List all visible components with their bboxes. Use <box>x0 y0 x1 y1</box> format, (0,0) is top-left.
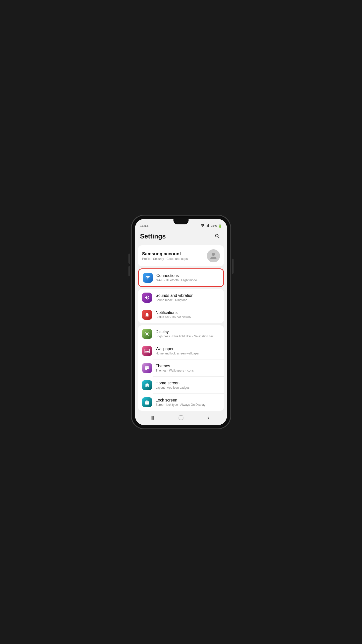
connections-title: Connections <box>156 273 197 278</box>
battery-icon: 🔋 <box>218 224 222 228</box>
display-title: Display <box>156 330 213 334</box>
lockscreen-icon <box>142 397 152 407</box>
svg-rect-7 <box>179 416 183 420</box>
sounds-title: Sounds and vibration <box>156 293 193 298</box>
themes-title: Themes <box>156 364 194 368</box>
lockscreen-subtitle: Screen lock type · Always On Display <box>156 403 205 407</box>
notch <box>173 219 189 224</box>
volume-down-button[interactable] <box>128 266 130 276</box>
display-subtitle: Brightness · Blue light filter · Navigat… <box>156 335 213 338</box>
power-button[interactable] <box>232 259 234 274</box>
connections-subtitle: Wi-Fi · Bluetooth · Flight mode <box>156 278 197 282</box>
svg-rect-2 <box>207 225 208 227</box>
sounds-section: Sounds and vibration Sound mode · Ringto… <box>138 289 224 323</box>
account-subtitle: Profile · Security · Cloud and apps <box>142 257 188 261</box>
lockscreen-title: Lock screen <box>156 398 205 403</box>
themes-subtitle: Themes · Wallpapers · Icons <box>156 369 194 372</box>
notifications-icon <box>142 310 152 320</box>
notifications-item[interactable]: Notifications Status bar · Do not distur… <box>138 306 224 323</box>
notifications-text: Notifications Status bar · Do not distur… <box>156 310 191 319</box>
scroll-area[interactable]: Samsung account Profile · Security · Clo… <box>135 244 227 412</box>
svg-rect-6 <box>153 416 154 420</box>
sounds-item[interactable]: Sounds and vibration Sound mode · Ringto… <box>138 289 224 306</box>
settings-header: Settings <box>135 229 227 244</box>
wallpaper-item[interactable]: Wallpaper Home and lock screen wallpaper <box>138 342 224 359</box>
wifi-icon <box>201 223 205 228</box>
status-icons: 91% 🔋 <box>201 223 222 228</box>
page-title: Settings <box>140 232 166 240</box>
wallpaper-icon <box>142 346 152 356</box>
phone-screen: 11:14 91% 🔋 <box>135 219 227 425</box>
sounds-subtitle: Sound mode · Ringtone <box>156 298 193 302</box>
connections-section: Connections Wi-Fi · Bluetooth · Flight m… <box>138 268 224 287</box>
recent-apps-button[interactable] <box>149 414 159 422</box>
search-button[interactable] <box>213 232 222 241</box>
homescreen-title: Home screen <box>156 381 190 385</box>
account-name: Samsung account <box>142 251 188 257</box>
svg-rect-0 <box>206 226 206 227</box>
wallpaper-text: Wallpaper Home and lock screen wallpaper <box>156 347 199 355</box>
samsung-account-item[interactable]: Samsung account Profile · Security · Clo… <box>138 245 224 266</box>
battery-text: 91% <box>211 224 217 228</box>
wallpaper-subtitle: Home and lock screen wallpaper <box>156 352 199 355</box>
account-avatar <box>207 249 220 262</box>
phone-frame: 11:14 91% 🔋 <box>132 216 230 428</box>
homescreen-icon <box>142 380 152 390</box>
svg-rect-1 <box>207 225 207 227</box>
volume-up-button[interactable] <box>128 254 130 264</box>
display-icon <box>142 329 152 339</box>
svg-rect-4 <box>152 416 152 420</box>
display-text: Display Brightness · Blue light filter ·… <box>156 330 213 338</box>
svg-rect-5 <box>153 416 153 420</box>
homescreen-text: Home screen Layout · App icon badges <box>156 381 190 389</box>
themes-item[interactable]: Themes Themes · Wallpapers · Icons <box>138 359 224 377</box>
signal-icon <box>206 223 210 228</box>
home-button[interactable] <box>176 414 186 422</box>
status-time: 11:14 <box>140 224 148 228</box>
notifications-title: Notifications <box>156 310 191 315</box>
sounds-text: Sounds and vibration Sound mode · Ringto… <box>156 293 193 302</box>
display-section: Display Brightness · Blue light filter ·… <box>138 325 224 411</box>
themes-text: Themes Themes · Wallpapers · Icons <box>156 364 194 372</box>
account-info: Samsung account Profile · Security · Clo… <box>142 251 188 261</box>
notifications-subtitle: Status bar · Do not disturb <box>156 315 191 319</box>
connections-item[interactable]: Connections Wi-Fi · Bluetooth · Flight m… <box>139 269 223 286</box>
back-button[interactable] <box>203 414 213 422</box>
homescreen-item[interactable]: Home screen Layout · App icon badges <box>138 377 224 394</box>
display-item[interactable]: Display Brightness · Blue light filter ·… <box>138 325 224 342</box>
navigation-bar <box>135 412 227 425</box>
connections-text: Connections Wi-Fi · Bluetooth · Flight m… <box>156 273 197 282</box>
lockscreen-text: Lock screen Screen lock type · Always On… <box>156 398 205 407</box>
lockscreen-item[interactable]: Lock screen Screen lock type · Always On… <box>138 394 224 411</box>
themes-icon <box>142 363 152 373</box>
homescreen-subtitle: Layout · App icon badges <box>156 386 190 389</box>
wallpaper-title: Wallpaper <box>156 347 199 351</box>
sounds-icon <box>142 293 152 303</box>
svg-rect-3 <box>208 224 209 227</box>
connections-icon <box>143 273 153 283</box>
